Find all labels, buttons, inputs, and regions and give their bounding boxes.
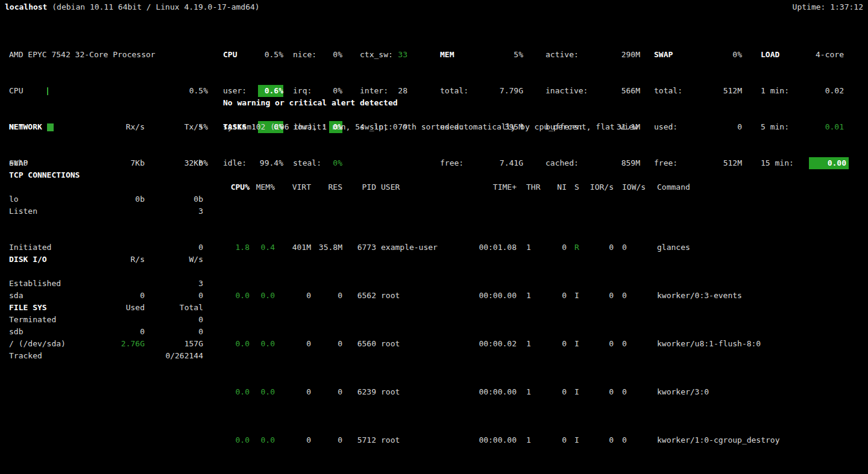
- filesys-panel: FILE SYSUsedTotal / (/dev/sda)2.76G157G: [9, 278, 203, 374]
- load-1min-row: 1 min:0.02: [761, 85, 844, 97]
- disk-title: DISK I/O: [9, 254, 84, 266]
- process-io-write: 0: [622, 434, 644, 446]
- process-command: glances: [657, 242, 868, 254]
- load-5min-label: 5 min:: [761, 121, 789, 133]
- ctx-sw-value: 33: [398, 49, 407, 61]
- process-threads: 1: [526, 434, 544, 446]
- process-cpu-percent: 0.0: [228, 290, 250, 302]
- col-header-state: S: [574, 181, 582, 193]
- process-cpu-percent: 0.0: [228, 338, 250, 350]
- load-5min-value: 0.01: [825, 121, 844, 133]
- process-io-write: 0: [622, 242, 644, 254]
- inter-value: 28: [398, 85, 407, 97]
- cpu-nice-value: 0%: [333, 49, 342, 61]
- cpu-nice-row: nice:0%: [293, 49, 342, 61]
- process-io-read: 0: [590, 242, 614, 254]
- process-time: 00:00.02: [479, 338, 517, 350]
- alert-message: No warning or critical alert detected: [223, 97, 398, 109]
- disk-header: DISK I/OR/sW/s: [9, 254, 203, 266]
- process-cpu-percent: 0.0: [228, 434, 250, 446]
- uptime-label: Uptime:: [793, 2, 826, 11]
- mem-inactive-label: inactive:: [546, 85, 588, 97]
- quicklook-row-cpu: CPU 0.5%: [9, 85, 208, 97]
- swap-title-row: SWAP0%: [654, 49, 742, 61]
- process-state: I: [574, 290, 582, 302]
- cpu-total: 0.5%: [265, 49, 283, 61]
- mem-title-row: MEM5%: [440, 49, 523, 61]
- process-res: 35.8M: [315, 242, 342, 254]
- glances-terminal: localhost (debian 10.11 64bit / Linux 4.…: [0, 0, 868, 474]
- process-table-body: 1.8 0.4 401M 35.8M 6773 example-user 00:…: [223, 217, 868, 474]
- process-io-read: 0: [590, 338, 614, 350]
- process-mem-percent: 0.0: [253, 386, 275, 398]
- filesys-header: FILE SYSUsedTotal: [9, 302, 203, 314]
- tcp-value: 3: [145, 205, 203, 217]
- filesys-row-root: / (/dev/sda)2.76G157G: [9, 338, 203, 350]
- col-header-mem: MEM%: [253, 181, 275, 193]
- process-res: 0: [315, 434, 342, 446]
- process-time: 00:01.08: [479, 242, 517, 254]
- process-res: 0: [315, 338, 342, 350]
- process-command: kworker/3:0: [657, 386, 868, 398]
- process-user: root: [381, 386, 474, 398]
- process-row: 0.0 0.0 0 0 6239 root 00:00.00 1 0 I 0 0…: [223, 386, 868, 398]
- mem-inactive-row: inactive:566M: [546, 85, 640, 97]
- col-header-iow: IOW/s: [622, 181, 644, 193]
- process-table: CPU% MEM% VIRT RES PID USER TIME+ THR NI…: [223, 157, 868, 474]
- load-cores: 4-core: [816, 49, 844, 61]
- process-user: root: [381, 338, 474, 350]
- system-info-text: (debian 10.11 64bit / Linux 4.19.0-17-am…: [52, 2, 259, 11]
- process-io-write: 0: [622, 386, 644, 398]
- process-mem-percent: 0.0: [253, 434, 275, 446]
- tasks-space: [247, 122, 251, 131]
- header-line: localhost (debian 10.11 64bit / Linux 4.…: [5, 1, 260, 13]
- uptime-value: 1:37:12: [830, 2, 863, 11]
- tcp-spacer: [84, 205, 145, 217]
- tasks-summary-line: TASKS 102 (106 thr), 1 run, 54 slp, 0 ot…: [223, 121, 638, 133]
- mem-total-row: total:7.79G: [440, 85, 523, 97]
- inter-label: inter:: [360, 85, 388, 97]
- load-1min-label: 1 min:: [761, 85, 789, 97]
- mem-active-value: 290M: [621, 49, 640, 61]
- process-nice: 0: [546, 290, 567, 302]
- process-virt: 0: [278, 338, 311, 350]
- network-title: NETWORK: [9, 121, 84, 133]
- swap-total-label: total:: [654, 85, 682, 97]
- load-title-row: LOAD4-core: [761, 49, 844, 61]
- process-io-write: 0: [622, 290, 644, 302]
- mem-active-label: active:: [546, 49, 579, 61]
- process-table-header: CPU% MEM% VIRT RES PID USER TIME+ THR NI…: [223, 181, 868, 193]
- inter-row: inter:28: [360, 85, 407, 97]
- cpu-title-row: CPU0.5%: [223, 49, 283, 61]
- cpu-user-label: user:: [223, 85, 247, 97]
- cpu-nice-label: nice:: [293, 49, 316, 61]
- process-time: 00:00.00: [479, 386, 517, 398]
- mem-total-label: total:: [440, 85, 468, 97]
- process-nice: 0: [546, 386, 567, 398]
- process-row: 0.0 0.0 0 0 5712 root 00:00.00 1 0 I 0 0…: [223, 434, 868, 446]
- cpu-user-row: user:0.6%: [223, 85, 283, 97]
- quicklook-percent: 0.5%: [168, 85, 208, 97]
- process-nice: 0: [546, 338, 567, 350]
- process-pid: 6560: [347, 338, 376, 350]
- mem-total-value: 7.79G: [500, 85, 523, 97]
- tcp-metric: Listen: [9, 205, 84, 217]
- col-header-command: Command: [657, 181, 868, 193]
- mem-title: MEM: [440, 49, 454, 61]
- tcp-header: TCP CONNECTIONS: [9, 169, 203, 181]
- process-mem-percent: 0.0: [253, 290, 275, 302]
- network-rx-header: Rx/s: [84, 121, 145, 133]
- mem-percent: 5%: [514, 49, 523, 61]
- filesys-used-header: Used: [84, 302, 145, 314]
- process-cpu-percent: 1.8: [228, 242, 250, 254]
- process-row: 0.0 0.0 0 0 6560 root 00:00.02 1 0 I 0 0…: [223, 338, 868, 350]
- process-command: kworker/0:3-events: [657, 290, 868, 302]
- col-header-cpu: CPU%: [228, 181, 250, 193]
- process-time: 00:00.00: [479, 434, 517, 446]
- process-threads: 1: [526, 338, 544, 350]
- disk-write-header: W/s: [145, 254, 203, 266]
- filesys-used-value: 2.76G: [84, 338, 145, 350]
- process-io-write: 0: [622, 338, 644, 350]
- col-header-ior: IOR/s: [590, 181, 614, 193]
- process-res: 0: [315, 290, 342, 302]
